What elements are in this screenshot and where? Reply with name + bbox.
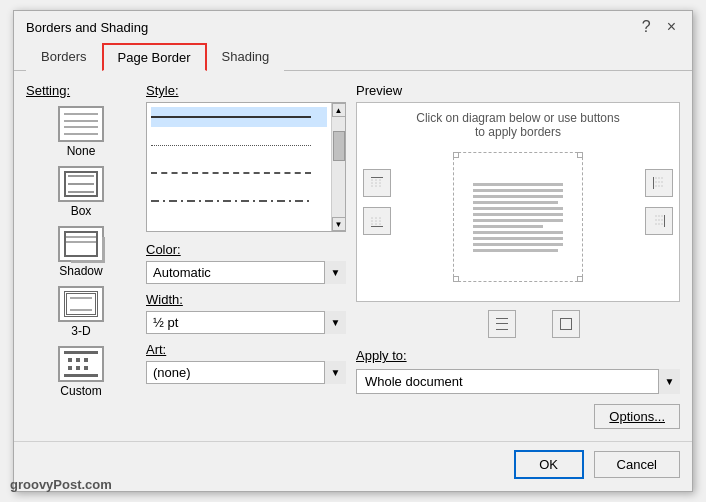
none-icon xyxy=(58,106,104,142)
tab-page-border[interactable]: Page Border xyxy=(102,43,207,71)
dotted-line xyxy=(151,145,311,146)
3d-label: 3-D xyxy=(71,324,90,338)
doc-line xyxy=(473,189,563,192)
ok-button[interactable]: OK xyxy=(514,450,584,479)
apply-to-select[interactable]: Whole document xyxy=(356,369,680,394)
preview-all-borders-btn[interactable] xyxy=(552,310,580,338)
document-lines xyxy=(473,183,563,252)
tab-borders[interactable]: Borders xyxy=(26,43,102,71)
style-dotted[interactable] xyxy=(151,135,327,155)
line xyxy=(68,191,94,193)
doc-line xyxy=(473,213,563,216)
doc-line xyxy=(473,249,558,252)
bottom-border-icon xyxy=(369,213,385,229)
scroll-up-arrow[interactable]: ▲ xyxy=(332,103,346,117)
art-label: Art: xyxy=(146,342,346,357)
box-label: Box xyxy=(71,204,92,218)
svg-rect-18 xyxy=(496,323,508,324)
custom-dots-top xyxy=(68,358,94,362)
options-button[interactable]: Options... xyxy=(594,404,680,429)
line xyxy=(68,183,94,185)
preview-top-border-btn[interactable] xyxy=(363,169,391,197)
preview-bottom-buttons xyxy=(356,306,680,342)
borders-and-shading-dialog: Borders and Shading ? × Borders Page Bor… xyxy=(13,10,693,492)
style-dash-dot[interactable] xyxy=(151,191,327,211)
setting-shadow[interactable]: Shadow xyxy=(26,224,136,280)
art-select[interactable]: (none) xyxy=(146,361,346,384)
shadow-icon xyxy=(58,226,104,262)
svg-rect-0 xyxy=(371,177,383,178)
color-dropdown-wrap: Automatic ▼ xyxy=(146,261,346,284)
shadow-effect xyxy=(71,237,105,263)
corner-br xyxy=(577,276,583,282)
svg-rect-16 xyxy=(496,318,508,319)
top-border-icon xyxy=(369,175,385,191)
scrollbar-thumb[interactable] xyxy=(333,131,345,161)
dashed-line xyxy=(151,172,311,174)
doc-line xyxy=(473,207,563,210)
cancel-button[interactable]: Cancel xyxy=(594,451,680,478)
svg-rect-15 xyxy=(664,215,665,227)
style-list xyxy=(147,103,331,231)
dot xyxy=(68,366,72,370)
doc-line xyxy=(473,219,563,222)
dot xyxy=(84,366,88,370)
doc-line xyxy=(473,183,563,186)
width-select[interactable]: ½ pt xyxy=(146,311,346,334)
width-label: Width: xyxy=(146,292,346,307)
doc-line xyxy=(473,237,563,240)
doc-line xyxy=(473,225,543,228)
style-label: Style: xyxy=(146,83,346,98)
setting-none[interactable]: None xyxy=(26,104,136,160)
art-section: Art: (none) ▼ xyxy=(146,342,346,384)
title-bar: Borders and Shading ? × xyxy=(14,11,692,39)
setting-custom[interactable]: Custom xyxy=(26,344,136,400)
art-dropdown-wrap: (none) ▼ xyxy=(146,361,346,384)
help-button[interactable]: ? xyxy=(638,19,655,35)
svg-rect-17 xyxy=(496,329,508,330)
tab-shading[interactable]: Shading xyxy=(207,43,285,71)
width-dropdown-wrap: ½ pt ▼ xyxy=(146,311,346,334)
doc-line xyxy=(473,201,558,204)
3d-icon xyxy=(58,286,104,322)
custom-label: Custom xyxy=(60,384,101,398)
preview-left-buttons xyxy=(357,169,397,235)
svg-rect-22 xyxy=(571,318,572,330)
all-borders-icon xyxy=(558,316,574,332)
svg-rect-8 xyxy=(653,177,654,189)
dialog-footer: OK Cancel xyxy=(14,441,692,491)
preview-box: Click on diagram below or use buttons to… xyxy=(356,102,680,302)
dot xyxy=(68,358,72,362)
preview-horiz-inner-btn[interactable] xyxy=(488,310,516,338)
color-label: Color: xyxy=(146,242,346,257)
3d-wrap xyxy=(64,291,98,317)
scroll-down-arrow[interactable]: ▼ xyxy=(332,217,346,231)
document-preview[interactable] xyxy=(453,152,583,282)
close-button[interactable]: × xyxy=(663,19,680,35)
dialog-body: Setting: None xyxy=(14,71,692,441)
left-border-icon xyxy=(651,175,667,191)
watermark: groovyPost.com xyxy=(10,477,112,492)
color-select[interactable]: Automatic xyxy=(146,261,346,284)
none-lines xyxy=(64,111,98,137)
horiz-inner-icon xyxy=(494,316,510,332)
none-label: None xyxy=(67,144,96,158)
style-solid[interactable] xyxy=(151,107,327,127)
setting-box[interactable]: Box xyxy=(26,164,136,220)
setting-3d[interactable]: 3-D xyxy=(26,284,136,340)
line xyxy=(70,297,92,299)
doc-line xyxy=(473,231,563,234)
preview-right-border-btn[interactable] xyxy=(645,207,673,235)
apply-to-label: Apply to: xyxy=(356,348,680,363)
preview-bottom-border-btn[interactable] xyxy=(363,207,391,235)
svg-rect-21 xyxy=(560,318,561,330)
preview-left-border-btn[interactable] xyxy=(645,169,673,197)
shadow-label: Shadow xyxy=(59,264,102,278)
dash-dot-line xyxy=(151,200,311,202)
doc-line xyxy=(473,243,563,246)
setting-panel: Setting: None xyxy=(26,83,136,429)
style-dashed[interactable] xyxy=(151,163,327,183)
line xyxy=(64,113,98,115)
line xyxy=(70,309,92,311)
doc-line xyxy=(473,195,563,198)
